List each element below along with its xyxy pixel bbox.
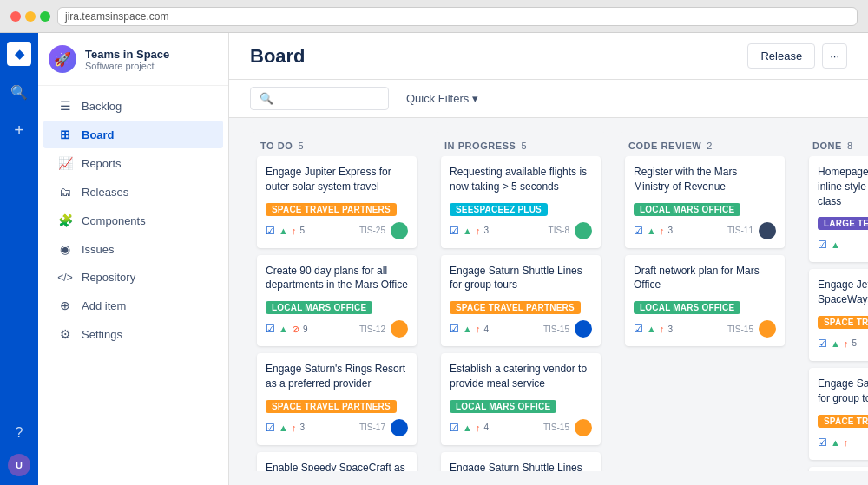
card-tag: LARGE TEAM SUPPORT bbox=[818, 217, 868, 230]
card-title: Homepage footer uses an inline style - s… bbox=[818, 165, 868, 208]
card-tis25[interactable]: Engage Jupiter Express for outer solar s… bbox=[257, 156, 417, 248]
story-icon: ▲ bbox=[831, 239, 840, 250]
story-icon: ▲ bbox=[463, 226, 472, 236]
sidebar-item-reports[interactable]: 📈 Reports bbox=[43, 149, 223, 177]
card-footer: ☑ ▲ ↑ 3 TIS-17 bbox=[266, 419, 408, 436]
column-codereview: CODE REVIEW 2 Register with the Mars Min… bbox=[618, 132, 792, 471]
check-icon: ☑ bbox=[266, 422, 275, 434]
add-icon-nav[interactable]: + bbox=[7, 118, 31, 142]
card-avatar bbox=[575, 222, 592, 239]
left-nav: ◆ 🔍 + ? U bbox=[0, 33, 38, 485]
check-icon: ☑ bbox=[818, 338, 827, 350]
card-title: Engage Jupiter Express for outer solar s… bbox=[266, 165, 408, 194]
sidebar-item-components[interactable]: 🧩 Components bbox=[43, 206, 223, 234]
story-icon: ▲ bbox=[463, 423, 472, 433]
card-ip-4[interactable]: Engage Saturn Shuttle Lines for group to… bbox=[441, 452, 601, 471]
check-icon: ☑ bbox=[818, 436, 827, 449]
priority-icon: ↑ bbox=[476, 226, 481, 236]
card-title: Engage JetShuttle SpaceWays for travel bbox=[818, 278, 868, 307]
red-priority-icon: ↑ bbox=[844, 437, 849, 448]
check-icon: ☑ bbox=[634, 323, 643, 335]
card-title: Requesting available flights is now taki… bbox=[450, 165, 592, 194]
card-footer: ☑ ▲ ↑ 3 TIS-15 bbox=[634, 320, 776, 338]
count-label: 5 bbox=[852, 338, 857, 348]
card-tis68[interactable]: Homepage footer uses an inline style - s… bbox=[809, 156, 868, 262]
card-tis8[interactable]: Requesting available flights is now taki… bbox=[441, 156, 601, 248]
board-columns: TO DO 5 Engage Jupiter Express for outer… bbox=[250, 132, 868, 471]
sidebar-item-add-item[interactable]: ⊕ Add item bbox=[43, 292, 223, 319]
quick-filters-button[interactable]: Quick Filters ▾ bbox=[399, 88, 485, 109]
card-icons: ☑ ▲ ↑ 3 bbox=[266, 422, 305, 434]
column-codereview-count: 2 bbox=[707, 141, 712, 151]
card-todo-4[interactable]: Enable Speedy SpaceCraft as the preferre… bbox=[257, 452, 417, 471]
check-icon: ☑ bbox=[450, 323, 459, 335]
minimize-dot bbox=[25, 11, 36, 22]
card-done-4[interactable]: Establish a catering vendor to provide m… bbox=[809, 467, 868, 471]
column-done-count: 8 bbox=[847, 141, 852, 151]
card-tag: LOCAL MARS OFFICE bbox=[634, 301, 740, 314]
card-avatar bbox=[575, 419, 592, 436]
card-ip-3[interactable]: Establish a catering vendor to provide m… bbox=[441, 353, 601, 445]
card-title: Engage Saturn's Rings Resort as a prefer… bbox=[266, 362, 408, 391]
settings-icon: ⚙ bbox=[57, 327, 73, 341]
project-info: Teams in Space Software project bbox=[85, 48, 218, 71]
card-footer: ☑ ▲ ↑ TIS-15 bbox=[818, 434, 868, 451]
maximize-dot bbox=[40, 11, 50, 22]
card-tis15c[interactable]: Draft network plan for Mars Office LOCAL… bbox=[625, 255, 785, 347]
card-tis23[interactable]: Engage JetShuttle SpaceWays for travel S… bbox=[809, 269, 868, 361]
backlog-icon: ☰ bbox=[57, 99, 73, 113]
card-icons: ☑ ▲ ↑ 3 bbox=[450, 225, 489, 237]
card-title: Engage Saturn Shuttle Lines for group to… bbox=[450, 461, 592, 471]
priority-icon: ↑ bbox=[660, 226, 665, 236]
more-button[interactable]: ··· bbox=[822, 43, 847, 69]
story-icon: ▲ bbox=[831, 437, 840, 448]
card-tag: SPACE TRAVEL PARTNERS bbox=[266, 400, 397, 413]
sidebar: 🚀 Teams in Space Software project ☰ Back… bbox=[38, 33, 229, 485]
card-ip-2[interactable]: Engage Saturn Shuttle Lines for group to… bbox=[441, 255, 601, 347]
story-icon: ▲ bbox=[279, 324, 288, 334]
column-todo: TO DO 5 Engage Jupiter Express for outer… bbox=[250, 132, 424, 471]
count-label: 3 bbox=[299, 423, 305, 432]
sidebar-item-issues[interactable]: ◉ Issues bbox=[43, 235, 223, 263]
card-tis11[interactable]: Register with the Mars Ministry of Reven… bbox=[625, 156, 785, 248]
count-label: 4 bbox=[483, 423, 489, 432]
column-done-header: DONE 8 bbox=[802, 132, 868, 156]
priority-icon: ↑ bbox=[292, 226, 297, 236]
check-icon: ☑ bbox=[450, 422, 459, 434]
project-header: 🚀 Teams in Space Software project bbox=[38, 33, 228, 86]
help-icon[interactable]: ? bbox=[7, 421, 31, 445]
column-todo-title: TO DO bbox=[260, 141, 293, 151]
story-icon: ▲ bbox=[279, 226, 288, 236]
add-item-icon: ⊕ bbox=[57, 298, 73, 312]
column-codereview-cards: Register with the Mars Ministry of Reven… bbox=[618, 156, 792, 471]
sidebar-item-repository[interactable]: </> Repository bbox=[43, 264, 223, 291]
search-box[interactable]: 🔍 bbox=[250, 87, 389, 110]
sidebar-item-backlog[interactable]: ☰ Backlog bbox=[43, 92, 223, 120]
reports-icon: 📈 bbox=[57, 156, 73, 170]
release-button[interactable]: Release bbox=[747, 43, 815, 69]
card-avatar bbox=[391, 419, 408, 436]
card-avatar bbox=[391, 320, 408, 338]
count-label: 3 bbox=[483, 226, 489, 235]
card-title: Create 90 day plans for all departments … bbox=[266, 264, 408, 293]
card-tis12[interactable]: Create 90 day plans for all departments … bbox=[257, 255, 417, 347]
card-num: TIS-11 bbox=[727, 226, 753, 235]
search-icon-nav[interactable]: 🔍 bbox=[7, 80, 31, 104]
app: ◆ 🔍 + ? U 🚀 Teams in Space Software proj… bbox=[0, 33, 868, 485]
card-tis17[interactable]: Engage Saturn's Rings Resort as a prefer… bbox=[257, 353, 417, 445]
card-footer: ☑ ▲ ↑ 4 TIS-15 bbox=[450, 419, 592, 436]
check-icon: ☑ bbox=[634, 225, 643, 237]
user-avatar-nav[interactable]: U bbox=[8, 454, 30, 476]
sidebar-item-settings[interactable]: ⚙ Settings bbox=[43, 320, 223, 348]
page-title: Board bbox=[250, 45, 306, 68]
sidebar-item-board[interactable]: ⊞ Board bbox=[43, 121, 223, 148]
address-bar[interactable]: jira.teamsinspace.com bbox=[57, 7, 858, 26]
card-num: TIS-15 bbox=[727, 324, 753, 334]
project-type: Software project bbox=[85, 61, 218, 71]
main-content: Board Release ··· 🔍 Quick Filters ▾ bbox=[229, 33, 868, 485]
card-footer: ☑ ▲ ↑ 4 TIS-15 bbox=[450, 320, 592, 338]
sidebar-item-releases[interactable]: 🗂 Releases bbox=[43, 178, 223, 206]
count-label: 5 bbox=[299, 226, 305, 235]
column-todo-count: 5 bbox=[298, 141, 303, 151]
card-tis15d[interactable]: Engage Saturn Shuttle Lines for group to… bbox=[809, 368, 868, 460]
